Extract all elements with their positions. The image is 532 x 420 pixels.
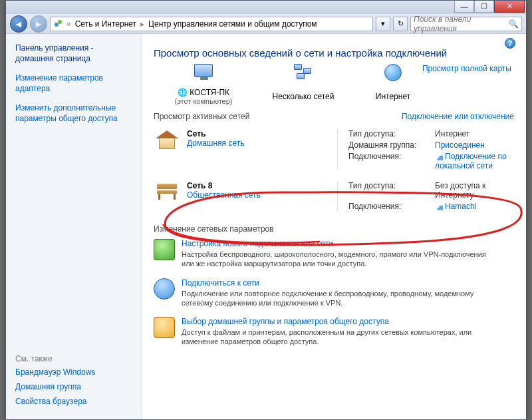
network-type-link[interactable]: Домашняя сеть: [187, 138, 244, 148]
network-name: Сеть: [187, 129, 244, 138]
minimize-button[interactable]: —: [454, 1, 474, 13]
task-homegroup-link[interactable]: Выбор домашней группы и параметров общег…: [182, 317, 494, 326]
node-this-pc-label: 🌐 КОСТЯ-ПК: [154, 88, 253, 97]
sidebar-item-sharing-settings[interactable]: Изменить дополнительные параметры общего…: [15, 103, 133, 124]
explorer-window: — ☐ ✕ ◄ ► « Сеть и Интернет ▸ Центр упра…: [5, 0, 527, 420]
signal-icon: [435, 154, 443, 160]
back-button[interactable]: ◄: [10, 15, 27, 33]
network-name: Сеть 8: [187, 181, 261, 190]
task-description: Доступ к файлам и принтерам, расположенн…: [182, 327, 494, 347]
svg-point-1: [58, 20, 62, 24]
connection-link[interactable]: Подключение по локальной сети: [435, 152, 514, 170]
access-type-value: Без доступа к Интернету: [435, 181, 514, 200]
internet-icon: [384, 64, 402, 81]
network-item: Сеть 8 Общественная сеть Тип доступа: Бе…: [154, 177, 514, 218]
page-title: Просмотр основных сведений о сети и наст…: [154, 47, 514, 59]
network-type-link[interactable]: Общественная сеть: [187, 190, 261, 200]
home-network-icon: [156, 130, 178, 149]
task-item: Выбор домашней группы и параметров общег…: [154, 317, 514, 347]
main-panel: ? Просмотр основных сведений о сети и на…: [142, 34, 526, 419]
access-type-value: Интернет: [435, 129, 514, 138]
connect-to-network-icon: [154, 278, 175, 300]
search-placeholder: Поиск в панели управления: [414, 15, 509, 33]
sidebar-item-homegroup[interactable]: Домашняя группа: [15, 382, 133, 391]
svg-point-0: [55, 23, 59, 27]
search-input[interactable]: Поиск в панели управления 🔍: [410, 17, 522, 31]
help-button[interactable]: ?: [505, 38, 515, 49]
refresh-button[interactable]: ↻: [393, 17, 408, 31]
sidebar-home-link[interactable]: Панель управления - домашняя страница: [15, 43, 133, 64]
see-also-label: См. также: [15, 354, 133, 363]
breadcrumb-item[interactable]: Сеть и Интернет: [72, 19, 139, 29]
this-pc-icon: [194, 64, 213, 77]
forward-button[interactable]: ►: [30, 15, 47, 33]
breadcrumb-icon: [51, 19, 65, 29]
task-item: Настройка нового подключения или сети На…: [154, 239, 514, 269]
titlebar: — ☐ ✕: [6, 1, 526, 14]
active-networks-heading: Просмотр активных сетей: [154, 112, 249, 121]
breadcrumb[interactable]: « Сеть и Интернет ▸ Центр управления сет…: [50, 17, 373, 31]
view-full-map-link[interactable]: Просмотр полной карты: [422, 64, 511, 73]
node-networks-label: Несколько сетей: [253, 92, 353, 101]
homegroup-sharing-icon: [154, 317, 175, 338]
task-description: Настройка беспроводного, широкополосного…: [182, 250, 494, 269]
public-network-icon: [155, 182, 179, 201]
task-connect-link[interactable]: Подключиться к сети: [182, 278, 494, 288]
breadcrumb-dropdown[interactable]: ▾: [376, 17, 390, 31]
signal-icon: [435, 204, 443, 210]
task-description: Подключение или повторное подключение к …: [182, 289, 494, 308]
task-item: Подключиться к сети Подключение или повт…: [154, 278, 514, 308]
change-network-settings-heading: Изменение сетевых параметров: [154, 224, 514, 234]
node-this-pc-sublabel: (этот компьютер): [154, 97, 253, 105]
network-item: Сеть Домашняя сеть Тип доступа: Интернет…: [154, 125, 514, 177]
sidebar: Панель управления - домашняя страница Из…: [6, 34, 142, 419]
homegroup-link[interactable]: Присоединен: [435, 140, 514, 150]
close-button[interactable]: ✕: [494, 1, 525, 13]
address-bar: ◄ ► « Сеть и Интернет ▸ Центр управления…: [6, 14, 526, 34]
breadcrumb-item[interactable]: Центр управления сетями и общим доступом: [146, 19, 320, 29]
new-connection-icon: [154, 239, 175, 260]
connection-link[interactable]: Hamachi: [435, 202, 514, 211]
task-new-connection-link[interactable]: Настройка нового подключения или сети: [182, 239, 494, 248]
search-icon: 🔍: [509, 19, 519, 29]
node-internet-label: Интернет: [353, 92, 433, 101]
sidebar-item-browser-props[interactable]: Свойства браузера: [15, 397, 133, 406]
connect-disconnect-link[interactable]: Подключение или отключение: [402, 112, 514, 121]
networks-icon: [294, 64, 313, 83]
maximize-button[interactable]: ☐: [474, 1, 494, 13]
sidebar-item-adapter-settings[interactable]: Изменение параметров адаптера: [15, 73, 133, 94]
sidebar-item-firewall[interactable]: Брандмауэр Windows: [15, 367, 133, 377]
